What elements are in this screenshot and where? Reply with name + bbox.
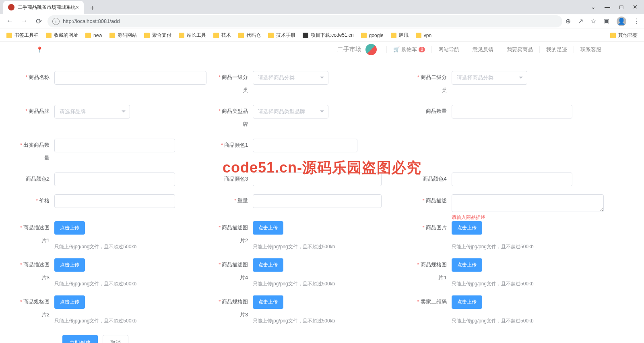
close-icon[interactable]: ×	[76, 4, 79, 10]
tab-favicon	[8, 4, 14, 10]
chevron-down-icon[interactable]: ⌄	[591, 4, 596, 10]
upload-product-img-button[interactable]: 点击上传	[452, 221, 482, 235]
forward-button[interactable]: →	[19, 16, 30, 27]
upload-desc-img2-button[interactable]: 点击上传	[253, 221, 283, 235]
bookmark-item[interactable]: 聚合支付	[144, 32, 171, 39]
upload-desc-img4-button[interactable]: 点击上传	[253, 258, 283, 272]
upload-desc-img3-button[interactable]: 点击上传	[54, 258, 85, 272]
app-logo-icon	[365, 44, 377, 55]
bookmark-item[interactable]: 代码仓	[238, 32, 261, 39]
nav-support[interactable]: 联系客服	[574, 46, 608, 53]
nav-site-map[interactable]: 网站导航	[431, 46, 466, 53]
browser-tab[interactable]: 二手商品跳蚤市场商城系统 ×	[3, 1, 84, 14]
nav-sell[interactable]: 我要卖商品	[500, 46, 539, 53]
upload-hint: 只能上传jpg/png文件，且不超过500kb	[253, 243, 405, 250]
form-actions: 立即创建 取消	[12, 328, 608, 343]
upload-hint: 只能上传jpg/png文件，且不超过500kb	[253, 318, 405, 324]
color2-input[interactable]	[54, 173, 175, 186]
new-tab-button[interactable]: +	[86, 2, 98, 14]
nav-footprint[interactable]: 我的足迹	[539, 46, 574, 53]
address-bar: ← → ⟳ i http://localhost:8081/add ⊕ ↗ ☆ …	[0, 14, 644, 29]
nav-feedback[interactable]: 意见反馈	[466, 46, 500, 53]
upload-spec-img3-button[interactable]: 点击上传	[253, 295, 283, 309]
description-textarea[interactable]	[452, 194, 604, 212]
product-form: *商品名称 *商品一级分类请选择商品分类 *商品二级分类请选择商品分类 *商品品…	[0, 57, 644, 343]
color3-input[interactable]	[253, 173, 382, 186]
close-window-icon[interactable]: ✕	[633, 4, 638, 10]
window-controls: ⌄ — ◻ ✕	[591, 4, 644, 10]
bookmark-bar: 书签工具栏 收藏的网址 new 源码网站 聚合支付 站长工具 技术 代码仓 技术…	[0, 29, 644, 42]
submit-button[interactable]: 立即创建	[62, 335, 98, 343]
bookmark-item[interactable]: 收藏的网址	[46, 32, 78, 39]
sell-quantity-input[interactable]	[54, 139, 175, 152]
upload-hint: 只能上传jpg/png文件，且不超过500kb	[54, 318, 206, 324]
menu-icon[interactable]: ⋮	[634, 17, 640, 25]
app-header: 📍 二手市场 🛒 购物车 0 网站导航 意见反馈 我要卖商品 我的足迹 联系客服	[0, 42, 644, 57]
star-icon[interactable]: ☆	[590, 17, 596, 25]
color4-input[interactable]	[452, 173, 572, 186]
minimize-icon[interactable]: —	[605, 4, 610, 10]
tab-title: 二手商品跳蚤市场商城系统	[18, 4, 76, 11]
bookmark-item[interactable]: google	[361, 33, 384, 38]
cancel-button[interactable]: 取消	[103, 335, 128, 343]
location-pin-icon[interactable]: 📍	[36, 46, 43, 53]
bookmark-item[interactable]: vpn	[416, 33, 431, 38]
bookmark-item[interactable]: 腾讯	[391, 32, 409, 39]
profile-avatar[interactable]: 👤	[617, 17, 626, 26]
bookmark-item[interactable]: 技术手册	[268, 32, 295, 39]
upload-hint: 只能上传jpg/png文件，且不超过500kb	[54, 281, 206, 287]
upload-hint: 只能上传jpg/png文件，且不超过500kb	[54, 243, 206, 250]
bookmark-item[interactable]: 源码网站	[109, 32, 137, 39]
site-info-icon[interactable]: i	[52, 18, 60, 25]
app-logo-text: 二手市场	[337, 46, 361, 53]
bookmark-item[interactable]: 技术	[213, 32, 231, 39]
upload-hint: 只能上传jpg/png文件，且不超过500kb	[452, 318, 604, 324]
brand-select[interactable]: 请选择品牌	[54, 105, 130, 118]
product-name-input[interactable]	[54, 71, 206, 85]
upload-spec-img1-button[interactable]: 点击上传	[452, 258, 482, 272]
description-error: 请输入商品描述	[452, 214, 485, 221]
bookmark-item[interactable]: 书签工具栏	[6, 32, 39, 39]
upload-hint: 只能上传jpg/png文件，且不超过500kb	[253, 281, 405, 287]
quantity-input[interactable]	[452, 105, 572, 118]
url-input[interactable]: i http://localhost:8081/add	[47, 15, 562, 27]
maximize-icon[interactable]: ◻	[619, 4, 624, 10]
price-input[interactable]	[54, 194, 175, 208]
upload-desc-img1-button[interactable]: 点击上传	[54, 221, 85, 235]
cart-icon: 🛒	[393, 46, 400, 52]
bookmark-item[interactable]: 项目下载:code51.cn	[303, 32, 354, 39]
cart-link[interactable]: 🛒 购物车 0	[386, 46, 431, 53]
upload-hint: 只能上传jpg/png文件，且不超过500kb	[452, 281, 604, 287]
category1-select[interactable]: 请选择商品分类	[253, 71, 328, 85]
browser-tab-bar: 二手商品跳蚤市场商城系统 × + ⌄ — ◻ ✕	[0, 0, 644, 14]
extensions-icon[interactable]: ▣	[603, 17, 609, 25]
bookmark-item[interactable]: new	[85, 33, 102, 38]
bookmark-overflow[interactable]: 其他书签	[610, 32, 638, 39]
upload-spec-img2-button[interactable]: 点击上传	[54, 295, 85, 309]
cart-badge: 0	[419, 47, 425, 52]
reload-button[interactable]: ⟳	[33, 16, 44, 27]
upload-qrcode-button[interactable]: 点击上传	[452, 295, 482, 309]
color1-input[interactable]	[253, 139, 357, 152]
bookmark-item[interactable]: 站长工具	[179, 32, 206, 39]
upload-hint: 只能上传jpg/png文件，且不超过500kb	[452, 243, 604, 250]
category2-select[interactable]: 请选择商品分类	[452, 71, 527, 85]
type-brand-select[interactable]: 请选择商品类型品牌	[253, 105, 328, 118]
share-icon[interactable]: ↗	[578, 17, 583, 25]
url-text: http://localhost:8081/add	[63, 18, 120, 24]
search-icon[interactable]: ⊕	[566, 17, 571, 25]
weight-input[interactable]	[253, 194, 382, 208]
back-button[interactable]: ←	[4, 16, 15, 27]
